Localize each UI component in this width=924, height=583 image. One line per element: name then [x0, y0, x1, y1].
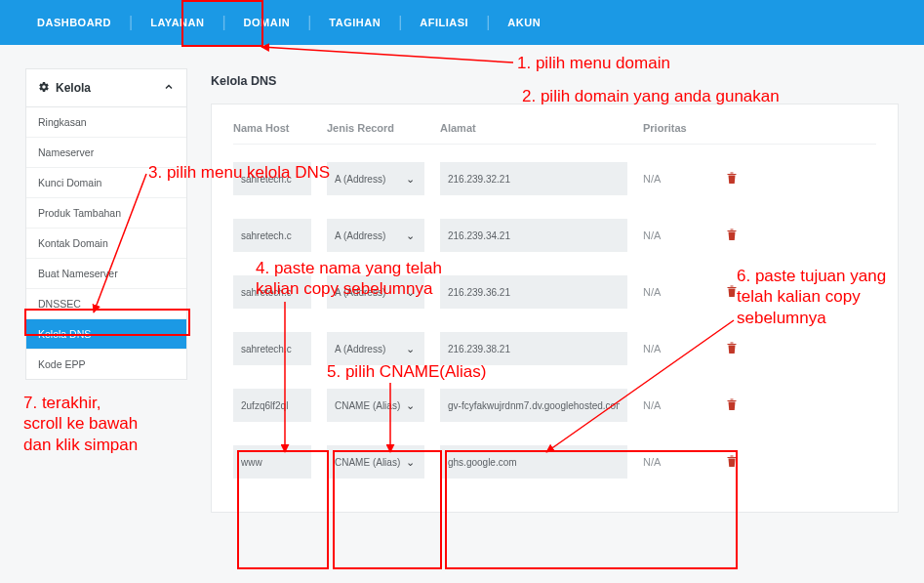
- page-body: Kelola Ringkasan Nameserver Kunci Domain…: [0, 45, 924, 513]
- sidebar-item-ringkasan[interactable]: Ringkasan: [26, 107, 186, 138]
- host-input[interactable]: [233, 445, 311, 479]
- address-input[interactable]: [440, 219, 627, 252]
- host-input[interactable]: [233, 219, 311, 252]
- gear-icon: [38, 81, 50, 96]
- sidebar-item-buat-nameserver[interactable]: Buat Nameserver: [26, 259, 186, 289]
- sidebar-item-produk-tambahan[interactable]: Produk Tambahan: [26, 198, 186, 229]
- main-content: Kelola DNS Nama Host Jenis Record Alamat…: [211, 68, 899, 513]
- trash-icon[interactable]: [717, 171, 746, 187]
- sidebar-list: Ringkasan Nameserver Kunci Domain Produk…: [25, 106, 187, 380]
- trash-icon[interactable]: [717, 397, 746, 414]
- chevron-down-icon: ⌄: [406, 229, 424, 242]
- sidebar-item-nameserver[interactable]: Nameserver: [26, 138, 186, 168]
- type-select[interactable]: A (Address) ⌄: [327, 275, 424, 309]
- sidebar-item-kunci-domain[interactable]: Kunci Domain: [26, 168, 186, 198]
- trash-icon[interactable]: [717, 454, 746, 471]
- sidebar-header-title: Kelola: [56, 81, 91, 95]
- dns-record-row: A (Address) ⌄ N/A: [233, 162, 876, 195]
- dns-record-row: CNAME (Alias) ⌄ N/A: [233, 389, 876, 422]
- chevron-down-icon: ⌄: [406, 286, 424, 299]
- type-select-value: CNAME (Alias): [327, 400, 406, 411]
- host-input[interactable]: [233, 162, 311, 195]
- dns-record-row: A (Address) ⌄ N/A: [233, 219, 876, 252]
- address-input[interactable]: [440, 162, 627, 195]
- chevron-down-icon: ⌄: [406, 399, 424, 412]
- nav-akun[interactable]: AKUN: [490, 0, 558, 45]
- table-header: Nama Host Jenis Record Alamat Prioritas: [233, 122, 876, 145]
- chevron-up-icon: [163, 79, 175, 97]
- host-input[interactable]: [233, 275, 311, 309]
- sidebar-item-kelola-dns[interactable]: Kelola DNS: [26, 319, 186, 350]
- priority-cell: N/A: [643, 173, 702, 185]
- address-input[interactable]: [440, 275, 627, 309]
- col-host: Nama Host: [233, 122, 311, 134]
- type-select-value: CNAME (Alias): [327, 457, 406, 468]
- type-select-value: A (Address): [327, 344, 406, 354]
- nav-layanan[interactable]: LAYANAN: [133, 0, 221, 45]
- type-select-value: A (Address): [327, 174, 406, 185]
- priority-cell: N/A: [643, 399, 702, 411]
- host-input[interactable]: [233, 332, 311, 365]
- chevron-down-icon: ⌄: [406, 456, 424, 469]
- nav-domain[interactable]: DOMAIN: [226, 0, 308, 45]
- chevron-down-icon: ⌄: [406, 343, 424, 355]
- address-input[interactable]: [440, 389, 627, 422]
- dns-record-row: A (Address) ⌄ N/A: [233, 332, 876, 365]
- type-select[interactable]: CNAME (Alias) ⌄: [327, 389, 424, 422]
- nav-dashboard[interactable]: DASHBOARD: [20, 0, 129, 45]
- nav-afiliasi[interactable]: AFILIASI: [402, 0, 486, 45]
- dns-record-row: CNAME (Alias) ⌄ N/A: [233, 445, 876, 479]
- priority-cell: N/A: [643, 229, 702, 241]
- col-type: Jenis Record: [327, 122, 424, 134]
- sidebar-item-dnssec[interactable]: DNSSEC: [26, 289, 186, 319]
- type-select[interactable]: A (Address) ⌄: [327, 219, 424, 252]
- top-nav: DASHBOARD | LAYANAN | DOMAIN | TAGIHAN |…: [0, 0, 924, 45]
- trash-icon[interactable]: [717, 228, 746, 244]
- dns-record-row: A (Address) ⌄ N/A: [233, 275, 876, 309]
- priority-cell: N/A: [643, 286, 702, 298]
- trash-icon[interactable]: [717, 341, 746, 357]
- page-title: Kelola DNS: [211, 68, 899, 104]
- sidebar-header[interactable]: Kelola: [25, 68, 187, 106]
- type-select[interactable]: A (Address) ⌄: [327, 162, 424, 195]
- chevron-down-icon: ⌄: [406, 173, 424, 186]
- dns-panel: Nama Host Jenis Record Alamat Prioritas …: [211, 104, 899, 513]
- trash-icon[interactable]: [717, 284, 746, 301]
- sidebar-item-kontak-domain[interactable]: Kontak Domain: [26, 229, 186, 259]
- address-input[interactable]: [440, 445, 627, 479]
- col-address: Alamat: [440, 122, 627, 134]
- type-select[interactable]: CNAME (Alias) ⌄: [327, 445, 424, 479]
- col-priority: Prioritas: [643, 122, 702, 134]
- priority-cell: N/A: [643, 343, 702, 354]
- host-input[interactable]: [233, 389, 311, 422]
- address-input[interactable]: [440, 332, 627, 365]
- type-select[interactable]: A (Address) ⌄: [327, 332, 424, 365]
- priority-cell: N/A: [643, 456, 702, 468]
- sidebar-item-kode-epp[interactable]: Kode EPP: [26, 350, 186, 379]
- type-select-value: A (Address): [327, 230, 406, 241]
- type-select-value: A (Address): [327, 287, 406, 298]
- sidebar: Kelola Ringkasan Nameserver Kunci Domain…: [25, 68, 187, 513]
- nav-tagihan[interactable]: TAGIHAN: [311, 0, 398, 45]
